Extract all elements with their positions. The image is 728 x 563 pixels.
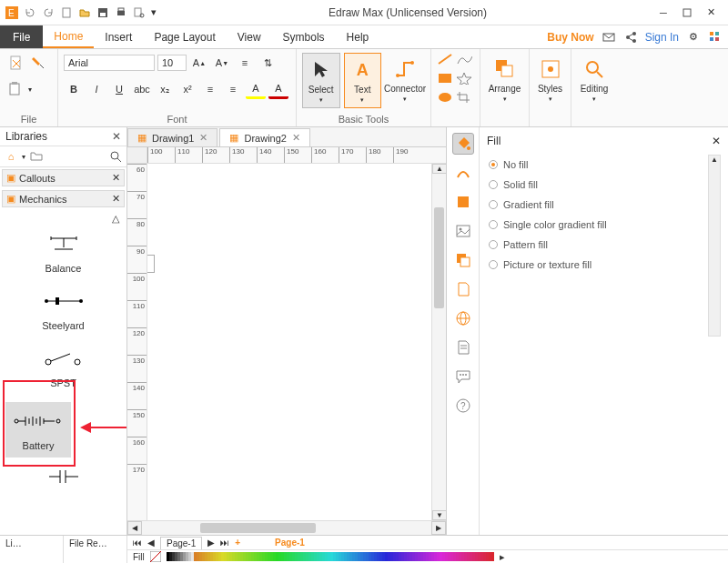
font-name-select[interactable]: Arial bbox=[64, 55, 155, 71]
font-color-icon[interactable]: A bbox=[268, 79, 288, 99]
scroll-up-button[interactable]: ▲ bbox=[432, 164, 447, 174]
buy-now-link[interactable]: Buy Now bbox=[547, 31, 593, 44]
color-palette[interactable] bbox=[167, 552, 494, 561]
feedback-icon[interactable] bbox=[602, 30, 616, 45]
fill-bucket-icon[interactable] bbox=[452, 133, 474, 155]
shape-battery[interactable]: Battery bbox=[5, 402, 71, 457]
tab-help[interactable]: Help bbox=[336, 25, 380, 48]
rect-shape-icon[interactable] bbox=[437, 72, 453, 85]
category-close-icon[interactable]: ✕ bbox=[112, 172, 120, 184]
fill-option-nofill[interactable]: No fill bbox=[487, 155, 708, 175]
arrange-tool[interactable]: Arrange▾ bbox=[486, 53, 523, 106]
bullets-icon[interactable]: ≡ bbox=[235, 53, 255, 73]
fill-option-pattern[interactable]: Pattern fill bbox=[487, 235, 708, 255]
horizontal-scrollbar[interactable] bbox=[142, 521, 431, 535]
print-icon[interactable] bbox=[113, 5, 129, 21]
page-nav-next[interactable]: ▶ bbox=[207, 538, 215, 548]
page-add-icon[interactable]: + bbox=[235, 538, 240, 548]
save-icon[interactable] bbox=[95, 5, 111, 21]
lib-search-icon[interactable] bbox=[108, 149, 123, 164]
drawing-canvas[interactable] bbox=[147, 164, 431, 520]
close-button[interactable]: ✕ bbox=[704, 6, 717, 19]
help-icon[interactable]: ? bbox=[452, 395, 474, 417]
app-waffle-icon[interactable] bbox=[708, 30, 723, 45]
fill-option-gradient[interactable]: Gradient fill bbox=[487, 195, 708, 215]
shape-balance[interactable]: Balance bbox=[2, 230, 125, 275]
bottom-tab-libraries[interactable]: Li… bbox=[0, 536, 64, 563]
scroll-left-button[interactable]: ◀ bbox=[127, 521, 142, 535]
line-spacing-icon[interactable]: ⇅ bbox=[258, 53, 278, 73]
panel-scrollbar[interactable]: ▲ bbox=[708, 155, 721, 337]
page-nav-last[interactable]: ⏭ bbox=[220, 538, 229, 548]
comment-icon[interactable] bbox=[452, 366, 474, 387]
highlight-icon[interactable]: A bbox=[246, 79, 266, 99]
lib-home-icon[interactable]: ⌂ bbox=[4, 149, 18, 164]
editing-tool[interactable]: Editing▾ bbox=[577, 53, 612, 106]
freeform-icon[interactable] bbox=[456, 53, 472, 65]
fill-option-solid[interactable]: Solid fill bbox=[487, 175, 708, 195]
libraries-close-icon[interactable]: ✕ bbox=[112, 130, 121, 143]
fill-option-single-gradient[interactable]: Single color gradient fill bbox=[487, 215, 708, 235]
tab-home[interactable]: Home bbox=[43, 25, 94, 48]
increase-font-icon[interactable]: A▲ bbox=[189, 53, 209, 73]
collapse-icon[interactable]: △ bbox=[2, 213, 125, 225]
shape-steelyard[interactable]: Steelyard bbox=[2, 287, 125, 332]
app-logo-icon[interactable]: E bbox=[4, 5, 20, 21]
page-nav-prev[interactable]: ◀ bbox=[147, 538, 155, 548]
star-shape-icon[interactable] bbox=[456, 72, 472, 85]
lib-folder-icon[interactable] bbox=[29, 149, 44, 164]
bold-icon[interactable]: B bbox=[64, 79, 84, 99]
minimize-button[interactable]: ─ bbox=[657, 6, 670, 19]
vertical-scrollbar[interactable] bbox=[432, 174, 446, 510]
share-icon[interactable] bbox=[623, 30, 638, 45]
print-preview-icon[interactable] bbox=[131, 5, 147, 21]
layers-icon[interactable] bbox=[452, 249, 474, 271]
strikethrough-icon[interactable]: abc bbox=[132, 79, 152, 99]
file-menu[interactable]: File bbox=[0, 25, 43, 48]
qat-dropdown-icon[interactable]: ▾ bbox=[149, 5, 158, 21]
doc-tab-2[interactable]: ▦ Drawing2 ✕ bbox=[219, 128, 309, 146]
connector-tool[interactable]: Connector ▾ bbox=[385, 53, 425, 106]
maximize-button[interactable] bbox=[681, 6, 693, 19]
shadow-icon[interactable] bbox=[452, 191, 474, 213]
page-nav-first[interactable]: ⏮ bbox=[133, 538, 142, 548]
shape-capacitor[interactable] bbox=[2, 463, 125, 490]
bottom-tab-filerecovery[interactable]: File Re… bbox=[64, 536, 127, 563]
doc-tab-1[interactable]: ▦ Drawing1 ✕ bbox=[127, 128, 217, 146]
globe-icon[interactable] bbox=[452, 307, 474, 329]
tab-insert[interactable]: Insert bbox=[94, 25, 143, 48]
decrease-font-icon[interactable]: A▼ bbox=[212, 53, 232, 73]
sign-in-link[interactable]: Sign In bbox=[645, 31, 679, 44]
underline-icon[interactable]: U bbox=[109, 79, 129, 99]
lib-category-mechanics[interactable]: ▣ Mechanics ✕ bbox=[2, 190, 125, 207]
italic-icon[interactable]: I bbox=[86, 79, 106, 99]
scroll-down-button[interactable]: ▼ bbox=[432, 510, 447, 520]
clipboard-dropdown[interactable]: ▾ bbox=[28, 85, 32, 94]
align-center-icon[interactable]: ≡ bbox=[223, 79, 243, 99]
canvas-object[interactable] bbox=[147, 255, 155, 273]
panel-close-icon[interactable]: ✕ bbox=[712, 135, 721, 147]
styles-tool[interactable]: Styles▾ bbox=[535, 53, 565, 106]
tab-close-icon[interactable]: ✕ bbox=[292, 132, 300, 144]
crop-icon[interactable] bbox=[456, 91, 472, 104]
new-doc-icon[interactable] bbox=[58, 5, 75, 21]
picture-icon[interactable] bbox=[452, 220, 474, 242]
superscript-icon[interactable]: x² bbox=[177, 79, 197, 99]
page-tab-active[interactable]: Page-1 bbox=[269, 537, 310, 548]
tab-view[interactable]: View bbox=[227, 25, 272, 48]
no-color-icon[interactable] bbox=[150, 551, 161, 562]
redo-icon[interactable] bbox=[40, 5, 56, 21]
paste-icon[interactable] bbox=[5, 53, 25, 73]
clipboard-icon[interactable] bbox=[5, 79, 25, 99]
page-tab-1[interactable]: Page-1 bbox=[160, 537, 202, 549]
lib-category-callouts[interactable]: ▣ Callouts ✕ bbox=[2, 169, 125, 186]
format-painter-icon[interactable] bbox=[28, 53, 48, 73]
line-shape-icon[interactable] bbox=[437, 53, 453, 65]
shape-spst[interactable]: SPST bbox=[2, 345, 125, 389]
settings-icon[interactable]: ⚙ bbox=[686, 30, 701, 45]
scroll-right-button[interactable]: ▶ bbox=[431, 521, 446, 535]
open-icon[interactable] bbox=[76, 5, 93, 21]
align-left-icon[interactable]: ≡ bbox=[200, 79, 220, 99]
tab-close-icon[interactable]: ✕ bbox=[199, 132, 207, 144]
more-colors-icon[interactable]: ▸ bbox=[500, 551, 505, 563]
